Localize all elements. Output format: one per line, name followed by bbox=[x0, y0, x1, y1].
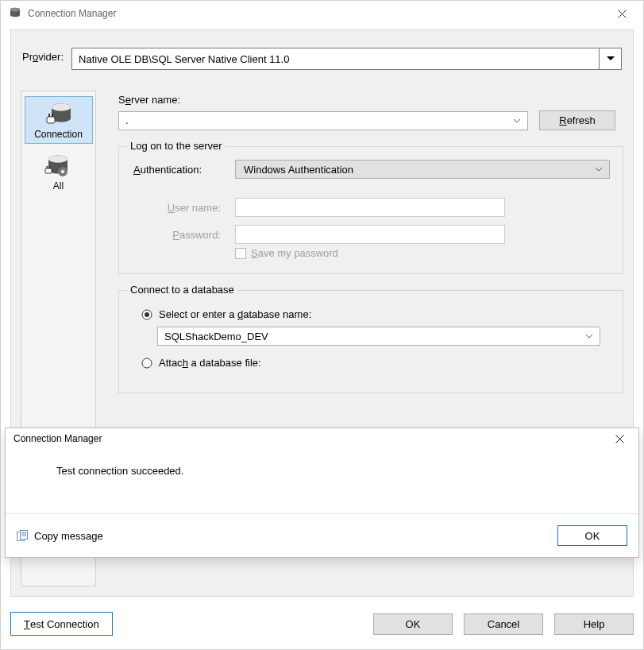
svg-point-14 bbox=[145, 312, 149, 317]
pass-post: assword: bbox=[179, 229, 221, 241]
password-label: Password: bbox=[133, 229, 221, 241]
radio-attach-file-label: Attach a database file: bbox=[159, 357, 261, 369]
window-title: Connection Manager bbox=[28, 8, 604, 19]
r2-post: a database file: bbox=[188, 357, 261, 369]
auth-u: A bbox=[133, 164, 141, 176]
server-name-combobox[interactable]: . bbox=[118, 111, 528, 130]
test-u: T bbox=[24, 618, 30, 630]
authentication-label: Authentication: bbox=[133, 164, 221, 176]
logon-group: Log on to the server Authentication: Win… bbox=[118, 146, 623, 274]
radio-attach-file[interactable] bbox=[141, 358, 152, 369]
dialog-close-button[interactable] bbox=[605, 428, 634, 449]
user-post: ser name: bbox=[175, 202, 221, 214]
provider-row: Provider: Native OLE DB\SQL Server Nativ… bbox=[11, 30, 633, 73]
database-icon bbox=[9, 6, 23, 21]
ok-label: OK bbox=[406, 618, 421, 630]
svg-rect-9 bbox=[45, 168, 52, 173]
provider-label: Provider: bbox=[22, 51, 64, 63]
r1-post: atabase name: bbox=[243, 308, 311, 320]
r2-pre: Attac bbox=[159, 357, 183, 369]
close-icon bbox=[618, 10, 627, 18]
authentication-value: Windows Authentication bbox=[244, 164, 592, 176]
svg-point-1 bbox=[10, 8, 20, 12]
refresh-u: R bbox=[559, 114, 566, 126]
category-all-label: All bbox=[25, 180, 93, 192]
server-name-value: . bbox=[125, 114, 510, 126]
auth-post: uthentication: bbox=[141, 164, 202, 176]
window-close-button[interactable] bbox=[604, 1, 640, 26]
svg-point-8 bbox=[48, 156, 67, 163]
database-wrench-icon bbox=[25, 152, 93, 180]
cancel-button[interactable]: Cancel bbox=[464, 613, 543, 635]
save-u: S bbox=[251, 247, 258, 259]
database-plug-icon bbox=[25, 100, 92, 129]
svg-rect-6 bbox=[52, 114, 53, 117]
save-post: ave my password bbox=[258, 247, 338, 259]
chevron-down-icon bbox=[592, 167, 606, 172]
refresh-post: efresh bbox=[567, 114, 596, 126]
svg-rect-11 bbox=[48, 166, 50, 168]
password-input bbox=[235, 225, 505, 244]
dialog-ok-button[interactable]: OK bbox=[557, 525, 627, 546]
r2-u: h bbox=[183, 357, 188, 369]
cancel-label: Cancel bbox=[488, 618, 519, 630]
save-password-row: Save my password bbox=[235, 247, 608, 259]
refresh-button[interactable]: Refresh bbox=[539, 110, 615, 130]
dialog-ok-label: OK bbox=[585, 530, 600, 542]
username-label: User name: bbox=[133, 202, 221, 214]
help-button[interactable]: Help bbox=[554, 613, 634, 635]
chevron-down-icon bbox=[582, 327, 596, 345]
copy-message-label: Copy message bbox=[34, 530, 103, 542]
titlebar: Connection Manager bbox=[1, 1, 643, 26]
user-u: U bbox=[168, 202, 175, 214]
help-label: Help bbox=[584, 618, 605, 630]
radio-select-db-row: Select or enter a database name: bbox=[141, 308, 608, 320]
username-input bbox=[235, 198, 505, 217]
server-label-pre: S bbox=[118, 94, 125, 106]
pass-u: P bbox=[172, 229, 179, 241]
dialog-body: Test connection succeeded. bbox=[6, 449, 638, 514]
copy-icon bbox=[17, 530, 29, 541]
category-connection[interactable]: Connection bbox=[25, 96, 93, 144]
database-name-value: SQLShackDemo_DEV bbox=[164, 331, 582, 342]
close-icon bbox=[615, 435, 624, 443]
ok-button[interactable]: OK bbox=[373, 613, 453, 635]
provider-label-post: vider: bbox=[38, 51, 64, 63]
database-group: Connect to a database Select or enter a … bbox=[118, 290, 623, 393]
test-connection-button[interactable]: Test Connection bbox=[10, 612, 113, 636]
authentication-combobox[interactable]: Windows Authentication bbox=[235, 160, 610, 179]
server-label-post: rver name: bbox=[131, 94, 180, 106]
radio-attach-file-row: Attach a database file: bbox=[141, 357, 608, 369]
dialog-message: Test connection succeeded. bbox=[56, 465, 183, 477]
copy-message-link[interactable]: Copy message bbox=[17, 530, 103, 542]
server-name-label: Server name: bbox=[118, 94, 623, 106]
svg-rect-4 bbox=[47, 117, 55, 123]
radio-select-db[interactable] bbox=[141, 309, 152, 320]
database-name-combobox[interactable]: SQLShackDemo_DEV bbox=[157, 327, 600, 346]
svg-point-12 bbox=[60, 170, 64, 173]
dialog-titlebar: Connection Manager bbox=[6, 428, 638, 449]
provider-label-pre: Pr bbox=[22, 51, 33, 63]
test-post: est Connection bbox=[30, 618, 99, 630]
r1-pre: Select or enter a bbox=[159, 308, 237, 320]
svg-rect-17 bbox=[21, 531, 28, 540]
dialog-title: Connection Manager bbox=[13, 433, 605, 444]
save-password-label: Save my password bbox=[251, 247, 338, 259]
svg-point-3 bbox=[52, 104, 71, 111]
radio-select-db-label: Select or enter a database name: bbox=[159, 308, 311, 320]
svg-point-15 bbox=[142, 358, 152, 368]
chevron-down-icon bbox=[599, 48, 621, 69]
server-label-u: e bbox=[125, 94, 131, 106]
category-connection-label: Connection bbox=[25, 129, 92, 140]
database-legend: Connect to a database bbox=[127, 284, 237, 296]
provider-value: Native OLE DB\SQL Server Native Client 1… bbox=[79, 53, 599, 65]
save-password-checkbox bbox=[235, 248, 246, 259]
test-connection-dialog: Connection Manager Test connection succe… bbox=[5, 428, 639, 558]
dialog-footer: Copy message OK bbox=[6, 514, 638, 557]
provider-combobox[interactable]: Native OLE DB\SQL Server Native Client 1… bbox=[71, 48, 622, 70]
category-all[interactable]: All bbox=[25, 149, 93, 195]
svg-rect-5 bbox=[48, 114, 50, 117]
logon-legend: Log on to the server bbox=[127, 140, 226, 152]
bottom-button-row: Test Connection OK Cancel Help bbox=[10, 609, 634, 638]
chevron-down-icon bbox=[510, 112, 524, 130]
